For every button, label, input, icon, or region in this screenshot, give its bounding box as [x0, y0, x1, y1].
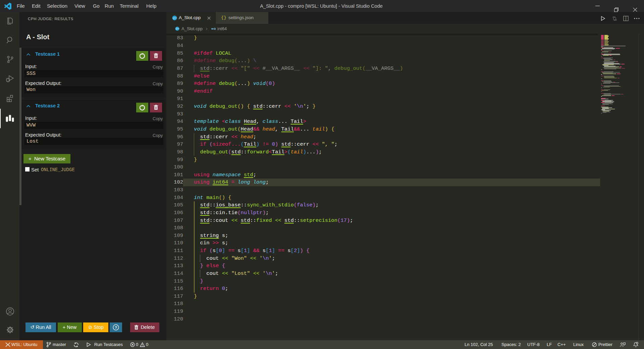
svg-text:++: ++	[175, 17, 177, 19]
svg-text:?: ?	[115, 326, 117, 330]
svg-text:++: ++	[177, 28, 179, 30]
